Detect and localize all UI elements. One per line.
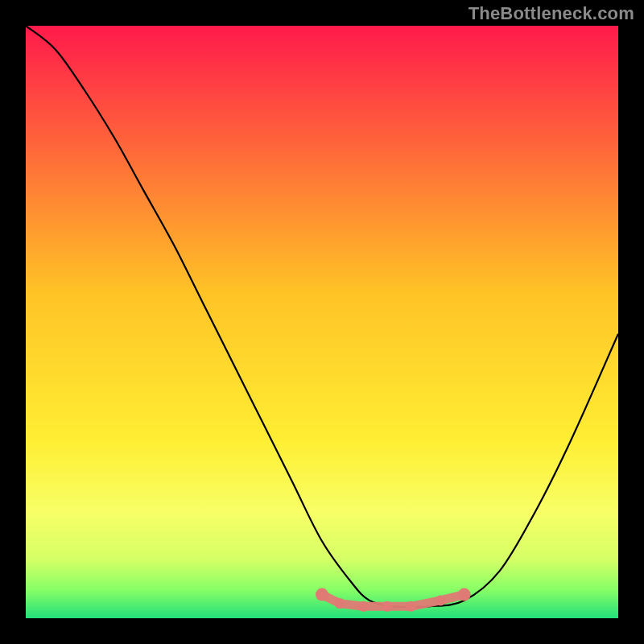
valley-marker	[382, 601, 392, 612]
valley-marker	[436, 595, 446, 605]
chart-frame: TheBottleneck.com	[0, 0, 644, 644]
valley-marker	[335, 598, 345, 609]
plot-area	[26, 26, 618, 618]
valley-marker	[458, 588, 471, 601]
valley-marker	[406, 601, 416, 612]
valley-marker	[316, 588, 328, 601]
valley-marker	[358, 601, 369, 612]
plot-background	[26, 26, 618, 618]
watermark-text: TheBottleneck.com	[469, 3, 634, 24]
